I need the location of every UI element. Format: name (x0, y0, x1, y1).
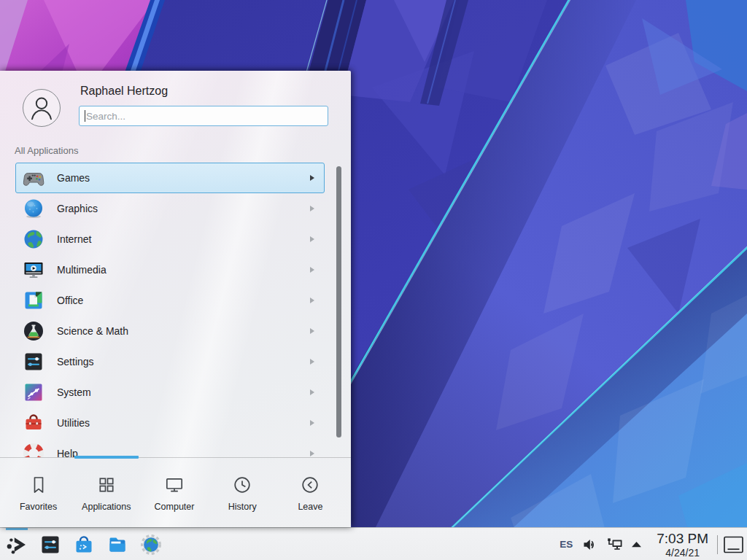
taskbar-panel: ES (0, 527, 747, 560)
category-label: System (57, 386, 310, 398)
keyboard-layout-indicator[interactable]: ES (560, 539, 573, 550)
category-settings[interactable]: Settings (15, 346, 325, 377)
tab-applications[interactable]: Applications (72, 474, 140, 512)
category-list: Games Graphics (15, 163, 325, 457)
tab-label: Applications (82, 502, 131, 512)
monitor-play-icon (21, 258, 45, 282)
file-manager-button[interactable] (106, 533, 129, 556)
bookmark-icon (28, 474, 50, 496)
category-science-math[interactable]: Science & Math (15, 316, 325, 346)
category-label: Settings (57, 356, 310, 368)
discover-icon (72, 533, 96, 556)
kickoff-icon (5, 533, 28, 556)
gamepad-icon (21, 166, 45, 190)
web-browser-button[interactable] (139, 533, 163, 556)
submenu-arrow-icon (310, 206, 314, 211)
grid-icon (96, 474, 117, 496)
category-label: Utilities (57, 417, 310, 429)
category-label: Internet (57, 233, 310, 245)
category-multimedia[interactable]: Multimedia (15, 254, 325, 285)
network-button[interactable] (606, 537, 624, 552)
search-input[interactable] (80, 106, 328, 125)
blue-sphere-icon (21, 197, 45, 221)
submenu-arrow-icon (310, 175, 314, 181)
panel-launchers (5, 528, 163, 560)
expand-tray-button[interactable] (631, 541, 642, 548)
submenu-arrow-icon (310, 389, 314, 395)
clock-icon (231, 474, 253, 496)
lifebuoy-icon (21, 442, 45, 458)
tab-favorites[interactable]: Favorites (4, 474, 72, 512)
application-launcher-popup: Raphael Hertzog All Applications Games (0, 71, 351, 527)
category-label: Office (57, 295, 310, 306)
submenu-arrow-icon (310, 236, 314, 242)
flask-icon (21, 319, 45, 343)
active-tab-indicator (74, 456, 139, 459)
computer-icon (163, 474, 185, 496)
submenu-arrow-icon (310, 359, 314, 365)
discover-store-button[interactable] (72, 533, 96, 556)
category-utilities[interactable]: Utilities (15, 408, 325, 438)
submenu-arrow-icon (310, 420, 314, 426)
caret-up-icon (631, 541, 642, 548)
tab-label: Favorites (20, 502, 57, 512)
sliders-dark-icon (21, 350, 45, 374)
digital-clock[interactable]: 7:03 PM 4/24/21 (657, 532, 708, 558)
show-desktop-button[interactable] (723, 535, 744, 554)
tab-label: Computer (155, 502, 195, 512)
category-label: Games (57, 172, 310, 184)
network-icon (606, 537, 624, 552)
tab-computer[interactable]: Computer (140, 474, 208, 512)
globe-icon (21, 228, 45, 252)
submenu-arrow-icon (310, 298, 314, 303)
search-field[interactable] (79, 106, 328, 126)
user-name: Raphael Hertzog (80, 85, 168, 98)
globe-gear-icon (139, 533, 163, 556)
category-graphics[interactable]: Graphics (15, 193, 325, 224)
tab-label: History (228, 502, 257, 512)
category-help[interactable]: Help (15, 438, 325, 457)
user-icon (23, 89, 60, 127)
category-system[interactable]: System (15, 377, 325, 408)
submenu-arrow-icon (310, 451, 314, 456)
desktop: Raphael Hertzog All Applications Games (0, 0, 747, 560)
category-games[interactable]: Games (15, 163, 325, 193)
volume-button[interactable] (582, 537, 597, 552)
show-desktop-icon (723, 535, 744, 554)
launcher-tabbar: Favorites Applications C (0, 457, 351, 527)
leave-icon (299, 474, 321, 496)
clock-time: 7:03 PM (657, 532, 708, 545)
sliders-color-icon (21, 381, 45, 405)
document-icon (21, 289, 45, 313)
system-settings-icon (39, 533, 62, 556)
category-internet[interactable]: Internet (15, 224, 325, 254)
system-tray: ES (560, 528, 747, 560)
category-office[interactable]: Office (15, 285, 325, 316)
category-label: Graphics (57, 203, 310, 214)
avatar[interactable] (23, 89, 61, 127)
tray-separator (717, 535, 718, 554)
clock-date: 4/24/21 (657, 548, 708, 558)
kickoff-menu-button[interactable] (5, 533, 28, 556)
tab-leave[interactable]: Leave (276, 474, 344, 512)
scrollbar[interactable] (336, 166, 341, 438)
toolbox-icon (21, 411, 45, 435)
submenu-arrow-icon (310, 328, 314, 334)
category-label: Science & Math (57, 325, 310, 337)
folder-icon (106, 533, 129, 556)
submenu-arrow-icon (310, 267, 314, 273)
tab-label: Leave (298, 502, 322, 512)
section-label: All Applications (15, 145, 78, 156)
system-settings-button[interactable] (39, 533, 62, 556)
volume-icon (582, 537, 597, 552)
category-label: Multimedia (57, 264, 310, 276)
tab-history[interactable]: History (209, 474, 276, 512)
